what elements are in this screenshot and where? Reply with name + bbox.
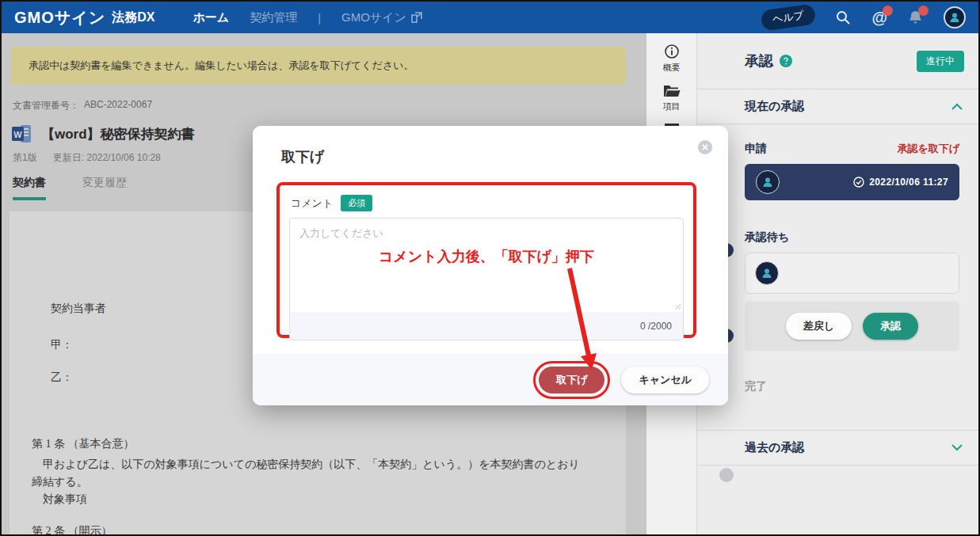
help-button[interactable]: ヘルプ <box>760 3 816 31</box>
search-button[interactable] <box>835 10 851 25</box>
question-circle-icon[interactable] <box>780 55 792 67</box>
person-icon <box>948 11 961 24</box>
check-circle-icon <box>853 177 864 188</box>
brand-suffix: 法務DX <box>112 10 154 26</box>
brand-logo: GMOサイン <box>14 7 105 29</box>
rail-item-items[interactable]: 項目 <box>663 84 681 112</box>
rail-label-overview: 概要 <box>663 62 681 74</box>
person-icon <box>761 176 774 188</box>
main-nav: ホーム 契約管理 | GMOサイン <box>193 10 422 25</box>
info-icon <box>664 44 680 59</box>
search-icon <box>835 10 851 25</box>
past-approval-section-header[interactable]: 過去の承認 <box>697 430 978 466</box>
waiting-step-row: 承認待ち <box>745 230 959 245</box>
past-approval-label: 過去の承認 <box>745 440 804 455</box>
rail-item-overview[interactable]: 概要 <box>663 44 681 74</box>
mentions-notification-dot <box>883 6 893 16</box>
request-time-text: 2022/10/06 11:27 <box>869 177 948 188</box>
timeline-node-done <box>719 468 734 482</box>
nav-contract-management[interactable]: 契約管理 <box>250 10 297 25</box>
approver-avatar <box>755 261 779 285</box>
person-icon <box>761 267 773 279</box>
withdraw-approval-link[interactable]: 承認を取下げ <box>897 142 959 156</box>
comment-label-row: コメント 必須 <box>280 185 693 211</box>
approve-button[interactable]: 承認 <box>863 313 918 340</box>
app-window: GMOサイン 法務DX ホーム 契約管理 | GMOサイン ヘルプ @ <box>0 0 980 536</box>
modal-close-button[interactable] <box>698 140 712 158</box>
notifications-dot <box>918 6 929 16</box>
done-step-row: 完了 <box>745 379 959 393</box>
close-icon <box>698 140 712 154</box>
modal-title: 取下げ <box>253 126 728 166</box>
request-user-card: 2022/10/06 11:27 <box>745 164 959 200</box>
user-avatar[interactable] <box>944 6 966 29</box>
nav-gmo-sign-label: GMOサイン <box>341 10 406 25</box>
approval-title: 承認 <box>745 51 773 70</box>
withdraw-modal: 取下げ コメント 必須 0 /2000 コメント入力後、「取下げ」押下 取下げ … <box>253 126 728 405</box>
nav-home[interactable]: ホーム <box>193 10 229 25</box>
modal-footer: 取下げ キャンセル <box>253 354 728 405</box>
notifications-button[interactable] <box>908 10 923 25</box>
done-label: 完了 <box>745 379 767 393</box>
approval-header: 承認 進行中 <box>697 33 978 89</box>
request-label: 申請 <box>745 142 767 156</box>
cancel-button[interactable]: キャンセル <box>621 367 709 393</box>
request-step-row: 申請 承認を取下げ <box>745 142 959 156</box>
status-badge: 進行中 <box>917 51 964 72</box>
approval-actions: 差戻し 承認 <box>745 302 959 351</box>
withdraw-button[interactable]: 取下げ <box>539 367 604 393</box>
folder-icon <box>663 84 681 98</box>
comment-textarea-box: 0 /2000 <box>289 218 684 340</box>
external-link-icon <box>411 12 422 23</box>
chevron-up-icon <box>951 103 963 110</box>
navbar-right: ヘルプ @ <box>761 6 966 29</box>
current-approval-label: 現在の承認 <box>745 99 804 114</box>
approval-panel: 承認 進行中 現在の承認 申請 承認を取下げ <box>697 33 978 534</box>
current-approval-section-header[interactable]: 現在の承認 <box>697 89 978 124</box>
comment-textarea[interactable] <box>290 219 683 312</box>
nav-gmo-sign[interactable]: GMOサイン <box>341 10 422 25</box>
waiting-label: 承認待ち <box>745 230 789 245</box>
approver-card <box>745 253 959 294</box>
comment-label: コメント <box>291 196 333 211</box>
request-timestamp: 2022/10/06 11:27 <box>853 177 948 188</box>
char-counter: 0 /2000 <box>290 312 683 340</box>
annotation-button-outline: 取下げ <box>533 361 610 399</box>
required-badge: 必須 <box>341 195 372 211</box>
approval-steps: 申請 承認を取下げ 2022/10/06 11:27 承認待ち <box>697 142 978 393</box>
send-back-button[interactable]: 差戻し <box>786 313 852 340</box>
mentions-button[interactable]: @ <box>871 10 887 25</box>
annotation-rectangle: コメント 必須 0 /2000 コメント入力後、「取下げ」押下 <box>276 182 696 338</box>
rail-label-items: 項目 <box>663 101 681 112</box>
nav-separator: | <box>318 11 321 25</box>
requester-avatar <box>756 170 780 194</box>
top-navbar: GMOサイン 法務DX ホーム 契約管理 | GMOサイン ヘルプ @ <box>2 2 978 33</box>
chevron-down-icon <box>951 444 963 451</box>
